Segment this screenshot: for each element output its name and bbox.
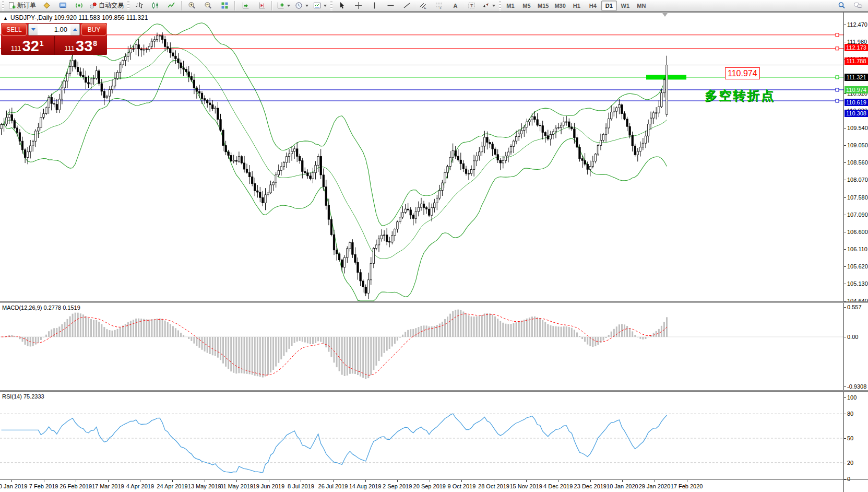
- date-label: 15 Nov 2019: [509, 483, 542, 489]
- trendline-icon: [403, 2, 411, 9]
- price-tag: 111.788: [845, 57, 868, 65]
- cursor-tool-button[interactable]: [334, 0, 350, 11]
- candlestick-chart-button[interactable]: [147, 0, 163, 11]
- volume-increase-button[interactable]: [70, 24, 79, 35]
- price-tag: 111.321: [845, 74, 868, 81]
- price-tag: 110.619: [845, 99, 868, 106]
- date-label: 13 May 2019: [188, 483, 221, 489]
- macd-tick-mark: [844, 386, 846, 387]
- sell-price[interactable]: 111321: [1, 36, 54, 55]
- vertical-line-tool-button[interactable]: [366, 0, 382, 11]
- chinese-annotation[interactable]: 多空转折点: [705, 87, 775, 104]
- price-tick: 105.620: [847, 263, 868, 270]
- trendline-tool-button[interactable]: [399, 0, 414, 11]
- date-tick-mark: [236, 480, 237, 482]
- macd-tick-mark: [844, 307, 846, 308]
- date-label: 31 May 2019: [220, 483, 253, 489]
- template-icon: [313, 2, 321, 9]
- crosshair-tool-button[interactable]: [350, 0, 366, 11]
- collapse-panel-icon[interactable]: ▲: [3, 16, 8, 21]
- svg-text:E: E: [424, 6, 426, 9]
- chart-shift-button[interactable]: [254, 0, 269, 11]
- monitor-icon: [59, 2, 67, 9]
- rsi-tick: 50: [847, 435, 853, 441]
- volume-input[interactable]: 1.00: [38, 24, 70, 35]
- macd-tick: 0.557: [847, 304, 862, 310]
- text-tool-button[interactable]: A: [447, 0, 463, 11]
- periods-button[interactable]: [293, 0, 311, 11]
- auto-scroll-button[interactable]: [237, 0, 253, 11]
- indicators-button[interactable]: [275, 0, 292, 11]
- timeframe-w1[interactable]: W1: [617, 1, 633, 11]
- price-tick: 109.050: [847, 142, 868, 148]
- timeframe-mn[interactable]: MN: [634, 1, 649, 11]
- date-label: 4 Dec 2019: [543, 483, 573, 489]
- price-tick: 107.580: [847, 194, 868, 201]
- volume-stepper: 1.00: [28, 24, 80, 36]
- equidistant-channel-tool-button[interactable]: E: [415, 0, 431, 11]
- timeframe-m30[interactable]: M30: [552, 1, 568, 11]
- price-tick-mark: [844, 284, 846, 284]
- chat-button[interactable]: [850, 0, 866, 11]
- zoom-in-button[interactable]: [184, 0, 200, 11]
- timeframe-h1[interactable]: H1: [569, 1, 585, 11]
- search-button[interactable]: [834, 0, 850, 11]
- new-order-button[interactable]: 新订单: [6, 0, 38, 11]
- ohlc-info: ▲USDJPY-,Daily 109.920 111.583 109.856 1…: [3, 14, 148, 21]
- panel-separator[interactable]: [0, 301, 868, 303]
- dropdown-caret: [324, 5, 327, 7]
- diamond-icon: [43, 2, 51, 9]
- price-tick-mark: [844, 180, 846, 180]
- price-tick-mark: [844, 145, 846, 146]
- cursor-icon: [338, 2, 346, 9]
- price-axis[interactable]: 112.470111.980111.490110.520110.030109.5…: [843, 13, 868, 492]
- timeframe-h4[interactable]: H4: [585, 1, 601, 11]
- text-label-tool-button[interactable]: T: [463, 0, 479, 11]
- auto-trading-icon: [89, 2, 97, 9]
- templates-button[interactable]: [311, 0, 329, 11]
- price-tick: 105.130: [847, 280, 868, 287]
- volume-decrease-button[interactable]: [29, 24, 38, 35]
- buy-price[interactable]: 111338: [55, 36, 108, 55]
- metatrader-window: 新订单 自动交易: [0, 0, 868, 492]
- date-label: 7 Feb 2019: [29, 483, 58, 489]
- new-order-label: 新订单: [17, 1, 36, 10]
- date-tick-mark: [655, 480, 655, 482]
- one-click-trading-panel: SELL 1.00 BUY 111321 111338: [1, 23, 107, 55]
- panel-separator[interactable]: [0, 390, 868, 392]
- signals-button[interactable]: [71, 0, 87, 11]
- arrows-tool-button[interactable]: [480, 0, 497, 11]
- date-tick-mark: [140, 480, 140, 482]
- price-tick: 106.600: [847, 229, 868, 235]
- macd-indicator-chart[interactable]: [0, 302, 843, 390]
- sell-button[interactable]: SELL: [2, 24, 27, 36]
- price-callout-box[interactable]: 110.974: [725, 67, 760, 79]
- zoom-out-button[interactable]: [200, 0, 216, 11]
- main-candlestick-chart[interactable]: [0, 13, 843, 301]
- terminal-button[interactable]: [55, 0, 70, 11]
- rsi-tick-mark: [844, 438, 846, 439]
- date-label: 9 Oct 2019: [447, 483, 475, 489]
- timeframe-d1[interactable]: D1: [601, 1, 617, 11]
- chart-shift-marker-icon[interactable]: [662, 13, 668, 17]
- tile-windows-button[interactable]: [217, 0, 232, 11]
- fibonacci-tool-button[interactable]: F: [431, 0, 447, 11]
- timeframe-m15[interactable]: M15: [535, 1, 551, 11]
- date-tick-mark: [76, 480, 76, 482]
- bar-chart-button[interactable]: [131, 0, 147, 11]
- date-label: 26 Feb 2019: [60, 483, 92, 489]
- horizontal-line-tool-button[interactable]: [383, 0, 398, 11]
- price-tick-mark: [844, 25, 846, 25]
- date-axis-divider: [0, 479, 868, 480]
- line-chart-button[interactable]: [163, 0, 179, 11]
- date-axis[interactable]: 20 Jan 20197 Feb 201926 Feb 201917 Mar 2…: [0, 480, 843, 492]
- auto-trading-button[interactable]: 自动交易: [87, 0, 126, 11]
- timeframe-m5[interactable]: M5: [519, 1, 534, 11]
- metaeditor-button[interactable]: [39, 0, 54, 11]
- date-tick-mark: [558, 480, 558, 482]
- date-tick-mark: [11, 480, 12, 482]
- rsi-tick-mark: [844, 414, 846, 414]
- timeframe-m1[interactable]: M1: [503, 1, 518, 11]
- rsi-indicator-chart[interactable]: [0, 391, 843, 480]
- buy-button[interactable]: BUY: [81, 24, 106, 36]
